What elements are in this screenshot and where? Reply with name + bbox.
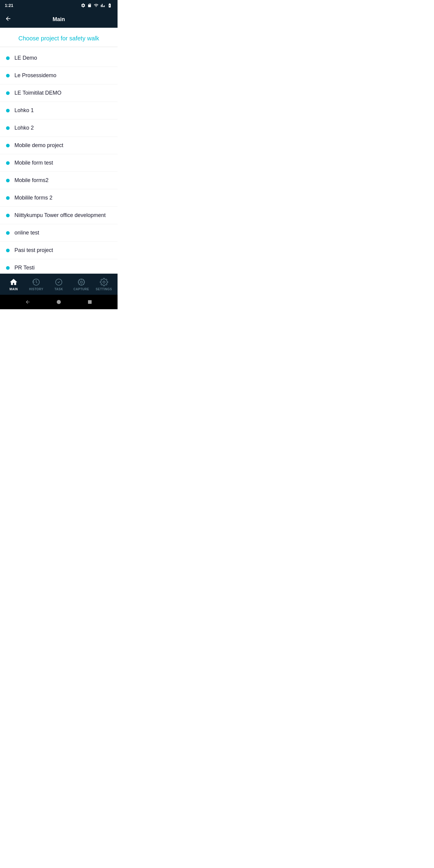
project-bullet — [6, 266, 10, 270]
nav-item-main[interactable]: MAIN — [2, 276, 25, 293]
project-list-item[interactable]: Pasi test project — [0, 242, 118, 259]
section-divider — [0, 47, 118, 47]
project-name: online test — [14, 230, 39, 236]
project-list-item[interactable]: PR Testi — [0, 259, 118, 274]
svg-point-3 — [80, 281, 82, 283]
project-list-item[interactable]: Niittykumpu Tower office development — [0, 207, 118, 224]
svg-point-12 — [103, 281, 105, 283]
nav-item-task[interactable]: TASK — [48, 276, 70, 293]
project-list-item[interactable]: LE Demo — [0, 50, 118, 67]
svg-point-13 — [57, 300, 61, 304]
status-bar: 1:21 — [0, 0, 118, 11]
signal-status-icon — [101, 3, 105, 8]
project-name: Mobile form test — [14, 160, 53, 166]
android-home-icon — [56, 299, 61, 305]
svg-line-10 — [83, 280, 84, 281]
project-name: Niittykumpu Tower office development — [14, 212, 105, 218]
task-nav-label: TASK — [55, 287, 63, 291]
project-name: Mobile forms2 — [14, 177, 49, 184]
project-bullet — [6, 91, 10, 95]
svg-line-11 — [79, 283, 80, 284]
project-name: PR Testi — [14, 265, 35, 271]
main-nav-label: MAIN — [10, 287, 18, 291]
project-list-item[interactable]: Lohko 1 — [0, 102, 118, 119]
project-list: LE DemoLe ProsessidemoLE Toimitilat DEMO… — [0, 50, 118, 274]
project-bullet — [6, 179, 10, 182]
nav-item-history[interactable]: HISTORY — [25, 276, 48, 293]
project-name: Mobile demo project — [14, 142, 63, 149]
project-list-item[interactable]: Mobile demo project — [0, 137, 118, 154]
android-recent-icon — [87, 300, 92, 304]
status-icons — [81, 3, 113, 8]
settings-nav-icon — [100, 278, 108, 286]
settings-status-icon — [81, 3, 86, 8]
project-name: Lohko 1 — [14, 107, 34, 114]
project-name: Pasi test project — [14, 247, 53, 253]
android-back-button[interactable] — [24, 299, 31, 306]
status-time: 1:21 — [5, 3, 13, 8]
project-bullet — [6, 109, 10, 113]
main-content: Choose project for safety walk LE DemoLe… — [0, 28, 118, 274]
top-nav: Main — [0, 11, 118, 28]
project-name: Mobilile forms 2 — [14, 195, 53, 201]
svg-line-9 — [83, 283, 84, 284]
project-bullet — [6, 249, 10, 252]
project-bullet — [6, 214, 10, 217]
capture-nav-label: CAPTURE — [73, 287, 89, 291]
project-bullet — [6, 196, 10, 200]
sdcard-status-icon — [87, 3, 92, 8]
task-nav-icon — [55, 278, 63, 286]
svg-rect-14 — [88, 300, 92, 304]
android-recent-button[interactable] — [86, 299, 93, 306]
android-nav-bar — [0, 295, 118, 309]
project-list-item[interactable]: Mobilile forms 2 — [0, 189, 118, 207]
battery-status-icon — [107, 3, 113, 8]
project-bullet — [6, 126, 10, 130]
project-bullet — [6, 74, 10, 78]
project-bullet — [6, 56, 10, 60]
settings-nav-label: SETTINGS — [96, 287, 112, 291]
main-nav-icon — [9, 278, 18, 286]
project-list-item[interactable]: LE Toimitilat DEMO — [0, 84, 118, 102]
capture-nav-icon — [77, 278, 86, 286]
project-name: Lohko 2 — [14, 125, 34, 131]
android-back-icon — [25, 299, 30, 305]
project-list-item[interactable]: Mobile forms2 — [0, 172, 118, 189]
page-title: Main — [53, 16, 65, 23]
project-name: LE Demo — [14, 55, 37, 61]
nav-item-capture[interactable]: CAPTURE — [70, 276, 93, 293]
project-list-item[interactable]: online test — [0, 224, 118, 242]
project-bullet — [6, 231, 10, 235]
project-list-item[interactable]: Lohko 2 — [0, 119, 118, 137]
svg-line-8 — [79, 280, 80, 281]
project-list-item[interactable]: Le Prosessidemo — [0, 67, 118, 84]
section-title: Choose project for safety walk — [0, 28, 118, 47]
back-button[interactable] — [5, 14, 14, 25]
bottom-nav: MAIN HISTORY TASK C — [0, 274, 118, 295]
history-nav-label: HISTORY — [29, 287, 43, 291]
wifi-status-icon — [93, 3, 99, 8]
nav-item-settings[interactable]: SETTINGS — [93, 276, 115, 293]
project-bullet — [6, 161, 10, 165]
project-bullet — [6, 144, 10, 147]
android-home-button[interactable] — [55, 299, 62, 306]
project-name: Le Prosessidemo — [14, 72, 56, 79]
history-nav-icon — [32, 278, 40, 286]
project-list-item[interactable]: Mobile form test — [0, 154, 118, 172]
back-icon — [5, 16, 11, 22]
project-name: LE Toimitilat DEMO — [14, 90, 61, 96]
